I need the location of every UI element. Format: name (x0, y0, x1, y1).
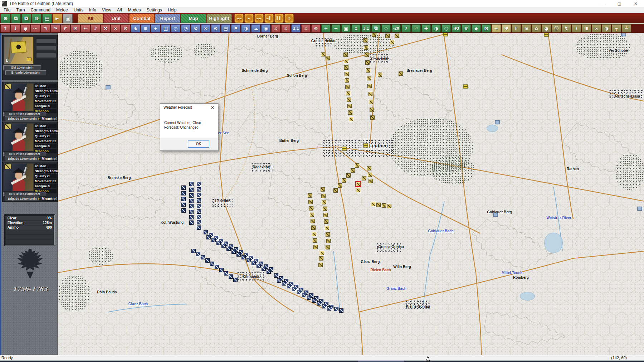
contrast-button[interactable]: ◑ (241, 24, 250, 33)
pause-button[interactable]: ▌▌ (274, 14, 284, 23)
austrian-unit-counter[interactable] (326, 56, 330, 60)
clipboard-button[interactable]: ▤ (221, 24, 230, 33)
replay-button[interactable]: ► (53, 14, 62, 23)
austrian-unit-counter[interactable] (308, 200, 313, 204)
rewind-button[interactable]: ◄◄ (234, 14, 244, 23)
prussian-unit-counter[interactable] (181, 208, 186, 213)
prussian-unit-counter[interactable] (189, 210, 194, 214)
cross-button[interactable]: ✚ (421, 24, 431, 33)
prussian-unit-counter[interactable] (312, 298, 316, 303)
prussian-unit-counter[interactable] (297, 290, 301, 294)
austrian-unit-counter[interactable] (326, 245, 330, 249)
objective-marker-captured[interactable] (621, 33, 626, 36)
layers-button[interactable]: ⧉ (371, 24, 381, 33)
leader-org[interactable]: Brigade Löwenstein (5, 70, 46, 75)
prussian-unit-counter[interactable] (189, 215, 194, 219)
austrian-unit-counter[interactable] (399, 71, 403, 76)
dialog-title-bar[interactable]: Weather Forecast ✕ (160, 104, 218, 111)
austrian-unit-counter[interactable] (349, 117, 353, 121)
austrian-unit-counter[interactable] (362, 176, 366, 180)
austrian-unit-counter[interactable] (345, 72, 349, 76)
austrian-unit-counter[interactable] (321, 194, 326, 198)
abort-attack-button[interactable]: ⊗ (311, 24, 321, 33)
prussian-unit-counter[interactable] (191, 249, 196, 253)
skip-end-button[interactable]: ►▌ (264, 14, 274, 23)
zoom-out-button[interactable]: − (331, 24, 341, 33)
medal-button[interactable]: ◉ (261, 24, 270, 33)
austrian-unit-counter[interactable] (369, 100, 373, 104)
unit-org[interactable]: Brigade Löwenstein (5, 116, 40, 121)
prussian-unit-counter[interactable] (197, 220, 201, 224)
melee-alt-button[interactable]: ⚔ (281, 24, 291, 33)
frame-button[interactable]: ⊡ (71, 24, 80, 33)
prussian-unit-counter[interactable] (197, 187, 201, 192)
austrian-unit-counter[interactable] (367, 76, 371, 80)
menu-view[interactable]: View (99, 7, 114, 13)
austrian-unit-counter[interactable] (395, 34, 399, 38)
prussian-unit-counter[interactable] (197, 182, 201, 186)
tab-combat[interactable]: Combat (129, 14, 155, 23)
flow-chart-button[interactable]: ╨ (622, 24, 631, 33)
objective-marker-captured[interactable] (106, 85, 111, 89)
battle-map[interactable]: Borner BergGrosse HeidauSchmelde BergSch… (58, 33, 644, 355)
prussian-unit-counter[interactable] (197, 193, 201, 197)
prussian-unit-counter[interactable] (181, 185, 186, 190)
austrian-unit-counter[interactable] (309, 206, 313, 210)
minimize-button[interactable]: — (595, 0, 611, 7)
backstep-button[interactable]: ⇠ (81, 24, 90, 33)
redo-button[interactable]: ↱ (61, 24, 70, 33)
maximize-button[interactable]: ▢ (611, 0, 628, 7)
prussian-unit-counter[interactable] (241, 255, 246, 259)
windows-toggle-button[interactable]: ⧉ (11, 14, 21, 23)
austrian-unit-counter[interactable] (382, 203, 386, 208)
cannon-button[interactable]: ⊸ (492, 24, 501, 33)
prussian-unit-counter[interactable] (197, 204, 201, 208)
austrian-unit-counter[interactable] (323, 213, 328, 217)
close-button[interactable]: ✕ (628, 0, 644, 7)
prussian-unit-counter[interactable] (317, 301, 321, 306)
prussian-unit-counter[interactable] (277, 278, 281, 283)
objective-marker[interactable] (463, 85, 468, 89)
dialog-close-icon[interactable]: ✕ (207, 104, 218, 111)
austrian-unit-counter[interactable] (346, 173, 351, 178)
boxed-x-button[interactable]: ⊠ (482, 24, 491, 33)
melee-key-button[interactable]: m (522, 24, 531, 33)
austrian-unit-counter[interactable] (345, 85, 350, 89)
add-button[interactable]: + (151, 24, 160, 33)
jump-dialog-button[interactable]: ⊕ (1, 14, 10, 23)
prussian-unit-counter[interactable] (224, 271, 228, 276)
austrian-unit-counter[interactable] (333, 188, 338, 193)
prussian-unit-counter[interactable] (274, 273, 278, 278)
fortress-button[interactable]: F (512, 24, 521, 33)
prussian-unit-counter[interactable] (211, 238, 216, 242)
austrian-unit-counter[interactable] (372, 33, 376, 37)
prussian-unit-counter[interactable] (262, 267, 266, 271)
prussian-unit-counter[interactable] (197, 225, 201, 230)
prussian-unit-counter[interactable] (339, 308, 343, 313)
austrian-unit-counter[interactable] (385, 34, 390, 38)
hex-outline-button[interactable]: ○ (441, 24, 451, 33)
fence-button[interactable]: Ⅲ (582, 24, 591, 33)
prussian-unit-counter[interactable] (205, 258, 210, 263)
signal-button[interactable]: ≋ (141, 24, 150, 33)
austrian-unit-counter[interactable] (322, 200, 326, 204)
signpost-button[interactable]: ‡ (351, 24, 361, 33)
prussian-unit-counter[interactable] (226, 247, 231, 251)
visibility-button[interactable]: 7 (401, 24, 411, 33)
austrian-unit-counter[interactable] (326, 232, 330, 237)
prussian-unit-counter[interactable] (189, 182, 194, 186)
tab-highlight[interactable]: Highlight (206, 14, 232, 23)
objective-marker[interactable] (342, 147, 347, 151)
prussian-unit-counter[interactable] (257, 264, 261, 268)
white-flag-button[interactable]: ⚐ (411, 24, 421, 33)
prussian-unit-counter[interactable] (307, 296, 311, 300)
prussian-unit-counter[interactable] (206, 235, 211, 239)
gear-button[interactable]: ⚙ (191, 24, 200, 33)
austrian-unit-counter[interactable] (324, 219, 328, 224)
prussian-unit-counter[interactable] (189, 199, 194, 203)
flag-button[interactable]: ⚑ (231, 24, 240, 33)
austrian-unit-counter[interactable] (313, 238, 317, 243)
objective-marker-captured[interactable] (493, 213, 498, 217)
antenna-button[interactable]: Ψ (502, 24, 511, 33)
menu-melee[interactable]: Melee (53, 7, 71, 13)
